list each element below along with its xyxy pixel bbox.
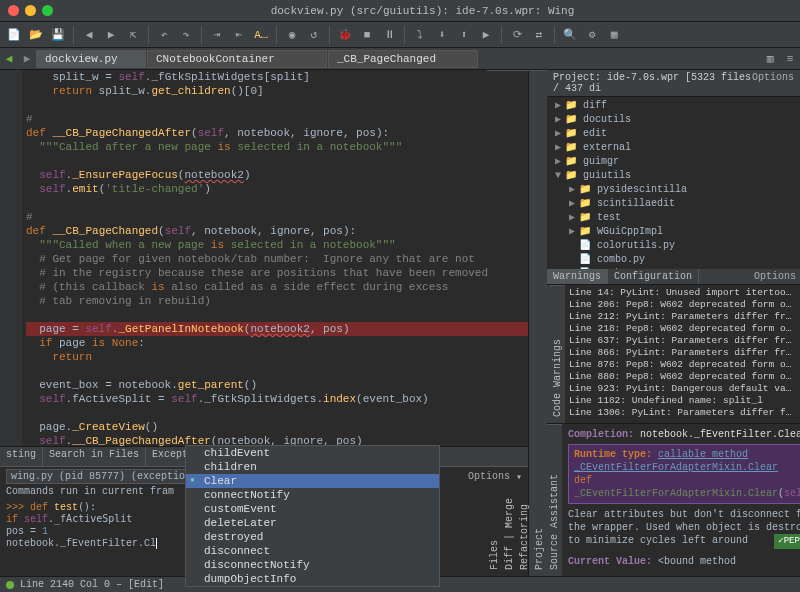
menu-icon[interactable]: ≡ (780, 49, 800, 69)
goto-icon[interactable]: ⇱ (123, 25, 143, 45)
outdent-icon[interactable]: ⇤ (229, 25, 249, 45)
pep-badge: ✓PEP287 (774, 534, 800, 549)
tree-item[interactable]: 📄 colorutils.py (551, 239, 796, 253)
method-selector[interactable]: _CB_PageChanged (328, 50, 478, 68)
nav-forward-icon[interactable]: ▶ (18, 50, 36, 68)
redo-icon[interactable]: ↷ (176, 25, 196, 45)
step-over-icon[interactable]: ⤵ (410, 25, 430, 45)
cursor-position: Line 2140 Col 0 – [Edit] (20, 579, 164, 590)
search-icon[interactable]: 🔍 (560, 25, 580, 45)
layout-icon[interactable]: ▦ (604, 25, 624, 45)
new-file-icon[interactable]: 📄 (4, 25, 24, 45)
warnings-tabbar: Warnings Configuration Options (547, 269, 800, 285)
tree-item[interactable]: ▶📁 docutils (551, 113, 796, 127)
vertical-tab[interactable]: Source Assistant (547, 424, 562, 576)
nav-back-icon[interactable]: ◀ (0, 50, 18, 68)
refresh-icon[interactable]: ⟳ (507, 25, 527, 45)
source-assistant: Completion: notebook._fEventFilter.Clear… (562, 424, 800, 576)
bottom-tab[interactable]: Search in Files (43, 447, 146, 466)
tree-item[interactable]: ▶📁 diff (551, 99, 796, 113)
autocomplete-item[interactable]: disconnect (186, 544, 439, 558)
tree-item[interactable]: ▶📁 external (551, 141, 796, 155)
class-selector[interactable]: CNotebookContainer (147, 50, 327, 68)
warning-item[interactable]: Line 923: PyLint: Dangerous default valu… (569, 383, 796, 395)
autocomplete-item[interactable]: dumpObjectInfo (186, 572, 439, 586)
warnings-tab[interactable]: Warnings (547, 269, 608, 284)
autocomplete-item[interactable]: Clear (186, 474, 439, 488)
autocomplete-item[interactable]: deleteLater (186, 516, 439, 530)
tree-item[interactable]: ▶📁 guimgr (551, 155, 796, 169)
tree-item[interactable]: ▶📁 scintillaedit (551, 197, 796, 211)
vertical-tab[interactable]: Diff | Merge (502, 70, 517, 576)
warning-item[interactable]: Line 637: PyLint: Parameters differ from… (569, 335, 796, 347)
warning-item[interactable]: Line 880: Pep8: W602 deprecated form of … (569, 371, 796, 383)
status-indicator-icon (6, 581, 14, 589)
open-icon[interactable]: 📂 (26, 25, 46, 45)
bottom-tab[interactable]: sting (0, 447, 43, 466)
forward-icon[interactable]: ▶ (101, 25, 121, 45)
close-window[interactable] (8, 5, 19, 16)
warning-item[interactable]: Line 866: PyLint: Parameters differ from… (569, 347, 796, 359)
warnings-options[interactable]: Options (750, 269, 800, 284)
warning-item[interactable]: Line 1306: PyLint: Parameters differ fro… (569, 407, 796, 419)
autocomplete-item[interactable]: connectNotify (186, 488, 439, 502)
project-options[interactable]: Options (752, 72, 794, 94)
settings-icon[interactable]: ⚙ (582, 25, 602, 45)
maximize-window[interactable] (42, 5, 53, 16)
diff-icon[interactable]: ⇄ (529, 25, 549, 45)
warning-item[interactable]: Line 212: PyLint: Parameters differ from… (569, 311, 796, 323)
warning-item[interactable]: Line 218: Pep8: W602 deprecated form of … (569, 323, 796, 335)
autocomplete-item[interactable]: destroyed (186, 530, 439, 544)
tree-item[interactable]: ▶📁 pysidescintilla (551, 183, 796, 197)
autocomplete-item[interactable]: disconnectNotify (186, 558, 439, 572)
back-icon[interactable]: ◀ (79, 25, 99, 45)
comment-icon[interactable]: A⎵ (251, 25, 271, 45)
tree-item[interactable]: ▶📁 WGuiCppImpl (551, 225, 796, 239)
window-title: dockview.py (src/guiutils): ide-7.0s.wpr… (53, 5, 792, 17)
warnings-list[interactable]: Line 14: PyLint: Unused import itertools… (565, 285, 800, 423)
vertical-tab[interactable]: Code Warnings (550, 285, 565, 423)
stop-icon[interactable]: ■ (357, 25, 377, 45)
breakpoint-icon[interactable]: ◉ (282, 25, 302, 45)
autocomplete-item[interactable]: customEvent (186, 502, 439, 516)
process-selector[interactable]: wing.py (pid 85777) (exceptio (6, 469, 190, 484)
tree-item[interactable]: 📄 combo.py (551, 253, 796, 267)
debug-icon[interactable]: 🐞 (335, 25, 355, 45)
main-toolbar: 📄 📂 💾 ◀ ▶ ⇱ ↶ ↷ ⇥ ⇤ A⎵ ◉ ↺ 🐞 ■ ⏸ ⤵ ⬇ ⬆ ▶… (0, 22, 800, 48)
file-tab-label: dockview.py (45, 53, 118, 65)
right-vertical-tabs: ProjectRefactoringDiff | MergeFiles (529, 70, 547, 576)
step-out-icon[interactable]: ⬆ (454, 25, 474, 45)
warning-item[interactable]: Line 14: PyLint: Unused import itertools… (569, 287, 796, 299)
text-cursor (156, 538, 157, 549)
warning-item[interactable]: Line 206: Pep8: W602 deprecated form of … (569, 299, 796, 311)
tree-item[interactable]: ▶📁 test (551, 211, 796, 225)
autocomplete-item[interactable]: children (186, 460, 439, 474)
warning-item[interactable]: Line 1182: Undefined name: split_l (569, 395, 796, 407)
reset-icon[interactable]: ↺ (304, 25, 324, 45)
vertical-tab[interactable]: Project (532, 70, 547, 576)
pause-icon[interactable]: ⏸ (379, 25, 399, 45)
tree-item[interactable]: ▶📁 edit (551, 127, 796, 141)
indent-icon[interactable]: ⇥ (207, 25, 227, 45)
code-editor[interactable]: split_w = self._fGtkSplitWidgets[split] … (0, 70, 528, 446)
vertical-tab[interactable]: Files (487, 70, 502, 576)
split-icon[interactable]: ▥ (760, 49, 780, 69)
titlebar: dockview.py (src/guiutils): ide-7.0s.wpr… (0, 0, 800, 22)
vertical-tab[interactable]: Refactoring (517, 70, 532, 576)
undo-icon[interactable]: ↶ (154, 25, 174, 45)
project-header: Project: ide-7.0s.wpr [5323 files / 437 … (547, 70, 800, 97)
minimize-window[interactable] (25, 5, 36, 16)
warning-item[interactable]: Line 876: Pep8: W602 deprecated form of … (569, 359, 796, 371)
configuration-tab[interactable]: Configuration (608, 269, 699, 284)
step-into-icon[interactable]: ⬇ (432, 25, 452, 45)
window-controls (8, 5, 53, 16)
autocomplete-popup[interactable]: childEventchildrenClearconnectNotifycust… (185, 445, 440, 587)
save-icon[interactable]: 💾 (48, 25, 68, 45)
project-tree: ▶📁 diff▶📁 docutils▶📁 edit▶📁 external▶📁 g… (547, 97, 800, 269)
autocomplete-item[interactable]: childEvent (186, 446, 439, 460)
continue-icon[interactable]: ▶ (476, 25, 496, 45)
tree-item[interactable]: ▼📁 guiutils (551, 169, 796, 183)
runtime-type-link[interactable]: callable method (658, 449, 748, 460)
file-tab[interactable]: dockview.py (36, 50, 146, 68)
class-link[interactable]: _CEventFilterForAdapterMixin.Clear (574, 462, 778, 473)
